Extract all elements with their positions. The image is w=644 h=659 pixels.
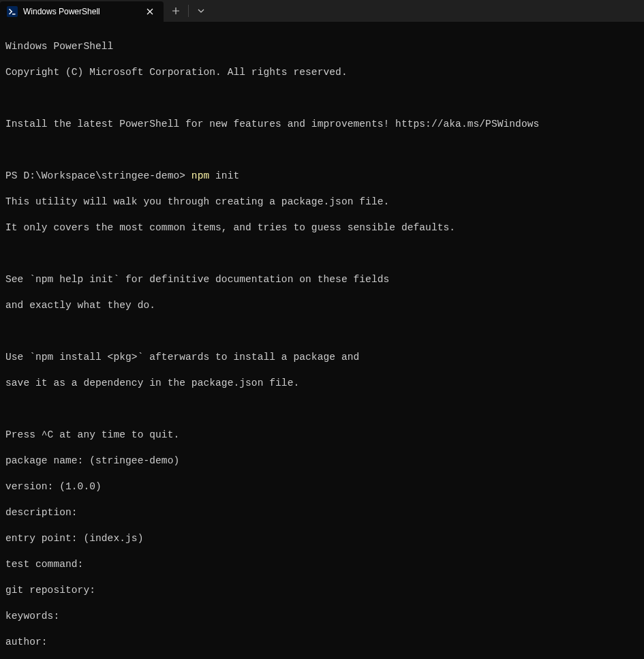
titlebar: Windows PowerShell <box>0 0 644 22</box>
text-line: This utility will walk you through creat… <box>5 196 639 209</box>
text-line: author: <box>5 636 639 649</box>
active-tab[interactable]: Windows PowerShell <box>0 1 164 22</box>
text-line: save it as a dependency in the package.j… <box>5 377 639 390</box>
tab-dropdown-button[interactable] <box>189 0 213 22</box>
text-line: and exactly what they do. <box>5 299 639 312</box>
text-line: Copyright (C) Microsoft Corporation. All… <box>5 66 639 79</box>
text-line: git repository: <box>5 584 639 597</box>
text-line <box>5 403 639 416</box>
text-line <box>5 247 639 260</box>
command: npm <box>191 170 209 181</box>
text-line: Press ^C at any time to quit. <box>5 429 639 442</box>
titlebar-actions <box>164 0 213 22</box>
text-line: Windows PowerShell <box>5 40 639 53</box>
text-line: keywords: <box>5 610 639 623</box>
new-tab-button[interactable] <box>164 0 188 22</box>
prompt-path: PS D:\Workspace\stringee-demo> <box>5 170 191 181</box>
tab-title: Windows PowerShell <box>23 7 136 16</box>
prompt-line: PS D:\Workspace\stringee-demo> npm init <box>5 170 639 183</box>
text-line: description: <box>5 506 639 519</box>
close-tab-button[interactable] <box>142 3 158 20</box>
text-line: entry point: (index.js) <box>5 532 639 545</box>
terminal-output[interactable]: Windows PowerShell Copyright (C) Microso… <box>0 22 644 659</box>
text-line: Install the latest PowerShell for new fe… <box>5 118 639 131</box>
text-line: version: (1.0.0) <box>5 480 639 493</box>
text-line <box>5 144 639 157</box>
text-line: test command: <box>5 558 639 571</box>
text-line <box>5 92 639 105</box>
text-line: See `npm help init` for definitive docum… <box>5 273 639 286</box>
powershell-icon <box>7 6 18 17</box>
text-line: package name: (stringee-demo) <box>5 455 639 468</box>
text-line: It only covers the most common items, an… <box>5 221 639 234</box>
text-line <box>5 325 639 338</box>
text-line: Use `npm install <pkg>` afterwards to in… <box>5 351 639 364</box>
command-args: init <box>209 170 239 181</box>
